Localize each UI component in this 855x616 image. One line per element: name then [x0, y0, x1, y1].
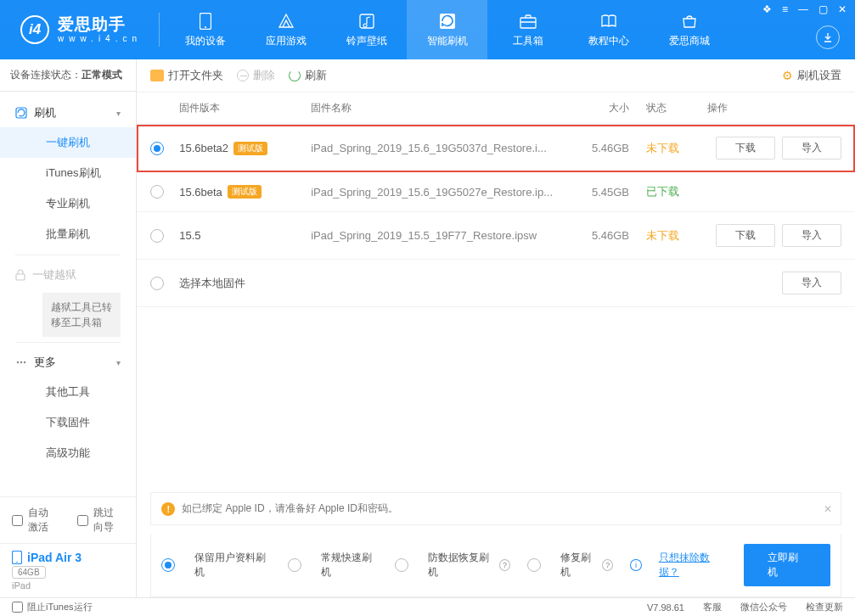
customer-service-link[interactable]: 客服 [703, 601, 722, 613]
sidebar: 设备连接状态：正常模式 刷机 ▾ 一键刷机 iTunes刷机 专业刷机 批量刷机… [0, 59, 137, 597]
storage-badge: 64GB [12, 566, 46, 579]
open-folder-button[interactable]: 打开文件夹 [150, 68, 223, 83]
firmware-name: iPad_Spring_2019_15.6_19G5027e_Restore.i… [311, 186, 561, 199]
info-icon[interactable]: i [630, 559, 641, 571]
store-icon [680, 12, 699, 31]
opt-repair[interactable]: 修复刷机? [527, 551, 613, 580]
lock-icon [15, 269, 25, 281]
svg-point-11 [16, 562, 18, 563]
skip-guide-checkbox[interactable] [77, 515, 88, 526]
sidebar-item-oneclick-flash[interactable]: 一键刷机 [0, 127, 136, 158]
row-radio[interactable] [150, 277, 164, 290]
nav-toolbox[interactable]: 工具箱 [487, 0, 568, 59]
book-icon [599, 12, 618, 31]
logo-icon: i4 [20, 15, 49, 44]
nav-flash[interactable]: 智能刷机 [407, 0, 487, 59]
phone-icon [196, 12, 215, 31]
flash-icon [438, 12, 457, 31]
toolbox-icon [519, 12, 537, 31]
svg-point-8 [20, 361, 22, 363]
svg-point-1 [205, 26, 206, 28]
opt-keep-data[interactable]: 保留用户资料刷机 [161, 551, 271, 580]
firmware-status: 已下载 [629, 184, 697, 199]
folder-icon [150, 70, 164, 81]
auto-activate-checkbox[interactable] [12, 515, 23, 526]
flash-options: 保留用户资料刷机 常规快速刷机 防数据恢复刷机? 修复刷机? i 只想抹除数据？… [150, 534, 841, 597]
import-button[interactable]: 导入 [782, 224, 841, 247]
opt-normal[interactable]: 常规快速刷机 [288, 551, 378, 580]
auto-activate-label: 自动激活 [28, 506, 59, 535]
flash-now-button[interactable]: 立即刷机 [744, 544, 830, 586]
delete-button[interactable]: 删除 [237, 68, 275, 83]
close-icon[interactable]: ✕ [838, 3, 847, 15]
firmware-status: 未下载 [629, 228, 697, 244]
minimize-icon[interactable]: — [798, 3, 808, 15]
check-update-link[interactable]: 检查更新 [806, 601, 843, 613]
menu-icon[interactable]: ❖ [762, 3, 772, 15]
svg-point-9 [24, 361, 25, 363]
refresh-button[interactable]: 刷新 [289, 68, 327, 83]
maximize-icon[interactable]: ▢ [818, 3, 828, 15]
firmware-status: 未下载 [629, 141, 697, 156]
nav-apps[interactable]: 应用游戏 [245, 0, 326, 59]
svg-rect-6 [16, 274, 25, 280]
download-button[interactable]: 下载 [716, 224, 775, 247]
firmware-row[interactable]: 15.6beta测试版 iPad_Spring_2019_15.6_19G502… [137, 172, 855, 212]
row-radio[interactable] [150, 142, 164, 155]
skip-guide-label: 跳过向导 [93, 506, 124, 535]
wechat-link[interactable]: 微信公众号 [740, 601, 787, 613]
import-button[interactable]: 导入 [782, 272, 841, 294]
local-firmware-row[interactable]: 选择本地固件 导入 [137, 260, 855, 307]
sidebar-item-other-tools[interactable]: 其他工具 [0, 377, 136, 407]
chevron-down-icon: ▾ [116, 358, 121, 367]
gear-icon: ⚙ [782, 69, 793, 82]
sidebar-head-flash[interactable]: 刷机 ▾ [0, 98, 136, 127]
logo-area: i4 爱思助手 www.i4.cn [0, 15, 154, 45]
main-nav: 我的设备 应用游戏 铃声壁纸 智能刷机 工具箱 教程中心 爱思商城 [165, 0, 729, 59]
firmware-list: 15.6beta2测试版 iPad_Spring_2019_15.6_19G50… [137, 125, 855, 309]
firmware-size: 5.45GB [561, 186, 629, 199]
sidebar-item-advanced[interactable]: 高级功能 [0, 438, 136, 468]
firmware-size: 5.46GB [561, 229, 629, 242]
window-controls: ❖ ≡ — ▢ ✕ [762, 3, 847, 15]
delete-icon [237, 70, 249, 81]
chevron-down-icon: ▾ [116, 109, 121, 118]
firmware-name: iPad_Spring_2019_15.5_19F77_Restore.ipsw [311, 229, 561, 242]
download-button[interactable]: 下载 [716, 137, 775, 160]
help-icon[interactable]: ? [499, 559, 510, 571]
sidebar-item-batch-flash[interactable]: 批量刷机 [0, 219, 136, 249]
close-notice-icon[interactable]: ✕ [824, 503, 832, 515]
firmware-row[interactable]: 15.6beta2测试版 iPad_Spring_2019_15.6_19G50… [137, 125, 855, 172]
status-footer: 阻止iTunes运行 V7.98.61 客服 微信公众号 检查更新 [0, 597, 855, 616]
nav-my-device[interactable]: 我的设备 [165, 0, 245, 59]
main-panel: 打开文件夹 删除 刷新 ⚙ 刷机设置 固件版本 固件名称 大小 状态 操作 15 [137, 59, 855, 597]
erase-data-link[interactable]: 只想抹除数据？ [659, 551, 727, 580]
nav-wallpaper[interactable]: 铃声壁纸 [326, 0, 407, 59]
nav-tutorial[interactable]: 教程中心 [568, 0, 649, 59]
sidebar-item-itunes-flash[interactable]: iTunes刷机 [0, 158, 136, 188]
music-icon [357, 12, 376, 31]
nav-store[interactable]: 爱思商城 [649, 0, 729, 59]
flash-settings-button[interactable]: ⚙ 刷机设置 [782, 68, 841, 83]
block-itunes-checkbox[interactable] [12, 602, 23, 613]
toolbar: 打开文件夹 删除 刷新 ⚙ 刷机设置 [137, 59, 855, 92]
list-icon[interactable]: ≡ [782, 3, 788, 15]
import-button[interactable]: 导入 [782, 137, 841, 160]
sidebar-item-download-firmware[interactable]: 下载固件 [0, 407, 136, 438]
device-info: iPad Air 3 64GB iPad [0, 543, 136, 597]
table-header: 固件版本 固件名称 大小 状态 操作 [137, 92, 855, 125]
row-radio[interactable] [150, 229, 164, 243]
row-radio[interactable] [150, 185, 164, 199]
apple-id-notice: ! 如已绑定 Apple ID，请准备好 Apple ID和密码。 ✕ [150, 492, 841, 525]
app-header: i4 爱思助手 www.i4.cn 我的设备 应用游戏 铃声壁纸 智能刷机 工具… [0, 0, 855, 59]
download-indicator-icon[interactable] [816, 25, 840, 49]
firmware-row[interactable]: 15.5 iPad_Spring_2019_15.5_19F77_Restore… [137, 212, 855, 260]
app-title: 爱思助手 [58, 15, 142, 35]
sidebar-head-more[interactable]: 更多 ▾ [0, 348, 136, 377]
sidebar-item-pro-flash[interactable]: 专业刷机 [0, 188, 136, 219]
opt-anti-recovery[interactable]: 防数据恢复刷机? [395, 551, 510, 580]
warning-icon: ! [161, 502, 175, 516]
refresh-icon [289, 70, 301, 81]
version-label: V7.98.61 [647, 602, 684, 613]
help-icon[interactable]: ? [602, 559, 613, 571]
